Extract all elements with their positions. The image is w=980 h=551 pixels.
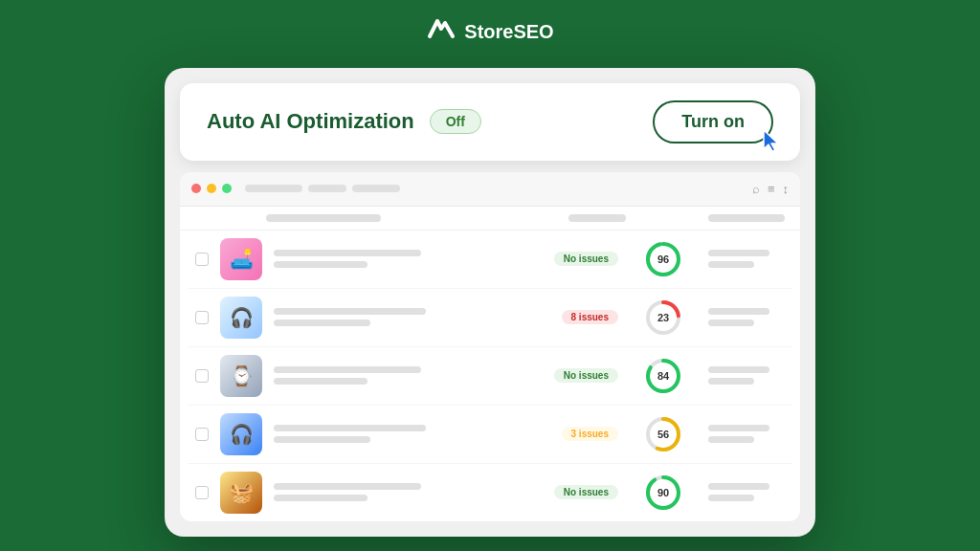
- product-name-bar: [274, 366, 421, 373]
- inner-panel: ⌕ ≡ ↕ 🛋️: [180, 172, 800, 521]
- status-badge: No issues: [554, 252, 618, 266]
- banner-title: Auto AI Optimization: [207, 109, 414, 134]
- turn-on-label: Turn on: [681, 112, 745, 132]
- logo-text: StoreSEO: [464, 21, 553, 43]
- status-badge: No issues: [554, 368, 618, 383]
- score-value: 23: [657, 312, 669, 323]
- action-bars: [708, 250, 785, 268]
- logo-icon: [426, 15, 457, 49]
- product-list: 🛋️ No issues 96: [180, 231, 800, 521]
- table-row: ⌚ No issues 84: [188, 347, 792, 406]
- off-badge: Off: [430, 109, 481, 134]
- score-value: 90: [657, 487, 669, 498]
- product-info: [274, 366, 543, 385]
- score-circle: 90: [644, 474, 682, 512]
- maximize-dot: [222, 184, 232, 193]
- product-name-bar: [274, 483, 421, 490]
- status-badge: 3 issues: [562, 427, 618, 441]
- row-checkbox[interactable]: [195, 311, 209, 324]
- svg-marker-0: [764, 130, 778, 151]
- search-icon[interactable]: ⌕: [752, 182, 760, 196]
- score-value: 84: [657, 370, 669, 382]
- action-bars: [708, 308, 785, 326]
- close-dot: [191, 184, 201, 193]
- product-sub-bar: [274, 261, 368, 268]
- product-info: [274, 250, 543, 268]
- minimize-dot: [207, 184, 216, 193]
- score-circle: 56: [644, 415, 682, 453]
- row-checkbox[interactable]: [195, 369, 209, 383]
- product-sub-bar: [274, 320, 370, 326]
- product-info: [274, 308, 550, 326]
- product-thumbnail: 🧺: [220, 472, 262, 514]
- score-wrap: 84: [630, 357, 697, 395]
- row-checkbox[interactable]: [195, 253, 209, 266]
- score-value: 56: [657, 429, 669, 440]
- product-name-bar: [274, 308, 426, 315]
- product-thumbnail: 🎧: [220, 297, 262, 339]
- top-banner: Auto AI Optimization Off Turn on: [180, 83, 800, 161]
- table-row: 🛋️ No issues 96: [188, 231, 792, 289]
- product-thumbnail: ⌚: [220, 355, 262, 397]
- product-name-bar: [274, 250, 421, 256]
- score-wrap: 23: [630, 298, 697, 337]
- product-thumbnail: 🛋️: [220, 238, 262, 280]
- turn-on-button[interactable]: Turn on: [653, 100, 773, 143]
- action-bars: [708, 366, 785, 385]
- column-headers: [180, 207, 800, 231]
- product-sub-bar: [274, 436, 370, 443]
- logo-area: StoreSEO: [426, 15, 553, 49]
- product-sub-bar: [274, 495, 368, 501]
- cursor-icon: [760, 128, 787, 155]
- product-thumbnail: 🎧: [220, 413, 262, 455]
- table-row: 🎧 8 issues 23: [188, 289, 792, 347]
- panel-header: ⌕ ≡ ↕: [180, 172, 800, 207]
- table-row: 🎧 3 issues 56: [188, 406, 792, 464]
- score-circle: 96: [644, 240, 682, 278]
- main-card: Auto AI Optimization Off Turn on ⌕: [165, 68, 815, 537]
- status-badge: 8 issues: [562, 310, 618, 324]
- row-checkbox[interactable]: [195, 428, 209, 441]
- banner-left: Auto AI Optimization Off: [207, 109, 481, 134]
- status-badge: No issues: [554, 485, 618, 499]
- score-wrap: 96: [630, 240, 697, 278]
- window-controls: [191, 184, 400, 193]
- product-name-bar: [274, 425, 426, 431]
- product-info: [274, 425, 550, 443]
- product-info: [274, 483, 543, 501]
- filter-icon[interactable]: ≡: [768, 182, 775, 196]
- action-bars: [708, 483, 785, 501]
- action-bars: [708, 425, 785, 443]
- product-sub-bar: [274, 378, 368, 385]
- panel-toolbar: ⌕ ≡ ↕: [752, 182, 789, 196]
- score-wrap: 90: [630, 474, 697, 512]
- table-row: 🧺 No issues 90: [188, 464, 792, 521]
- sort-icon[interactable]: ↕: [783, 182, 790, 196]
- score-circle: 84: [644, 357, 682, 395]
- score-circle: 23: [644, 298, 682, 337]
- score-value: 96: [657, 253, 669, 265]
- row-checkbox[interactable]: [195, 486, 209, 499]
- score-wrap: 56: [630, 415, 697, 453]
